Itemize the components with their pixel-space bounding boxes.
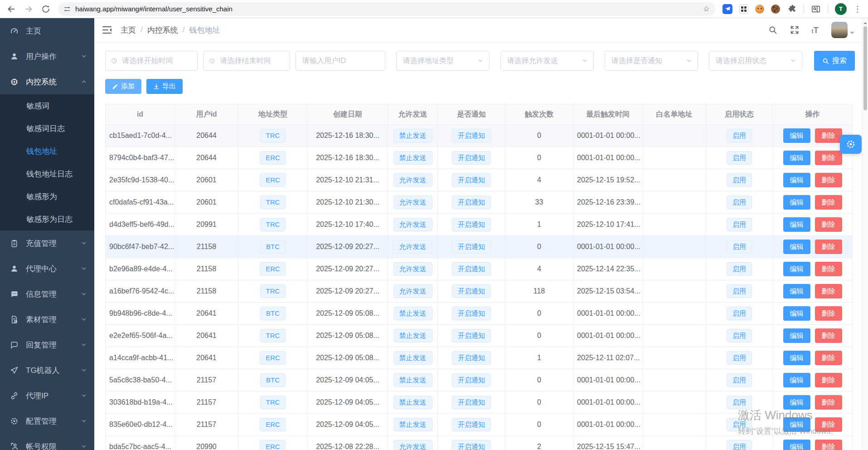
- edit-button[interactable]: 编辑: [783, 128, 810, 143]
- edit-button[interactable]: 编辑: [783, 195, 810, 210]
- edit-button[interactable]: 编辑: [783, 262, 810, 276]
- notify-tag[interactable]: 开启通知: [452, 396, 491, 409]
- notify-tag[interactable]: 开启通知: [452, 173, 491, 187]
- edit-button[interactable]: 编辑: [783, 284, 810, 298]
- edit-button[interactable]: 编辑: [783, 151, 810, 165]
- table-row[interactable]: 9b948b96-c8de-4... 20641 BTC 2025-12-09 …: [106, 303, 853, 325]
- delete-button[interactable]: 删除: [815, 395, 842, 410]
- table-row[interactable]: 2e35fc9d-1538-40... 20601 ERC 2025-12-10…: [106, 169, 853, 191]
- status-tag[interactable]: 启用: [727, 129, 752, 142]
- notify-tag[interactable]: 开启通知: [452, 351, 491, 365]
- edit-button[interactable]: 编辑: [783, 306, 810, 321]
- sidebar-item-proxy-ip[interactable]: 代理IP: [0, 383, 94, 408]
- table-row[interactable]: cf0dafa5-cf91-43a... 20601 TRC 2025-12-1…: [106, 191, 853, 214]
- status-tag[interactable]: 启用: [727, 418, 752, 431]
- browser-menu-icon[interactable]: ⋮: [853, 5, 862, 13]
- delete-button[interactable]: 删除: [815, 217, 842, 232]
- notify-tag[interactable]: 开启通知: [452, 284, 491, 298]
- status-tag[interactable]: 启用: [727, 373, 752, 387]
- edit-button[interactable]: 编辑: [783, 351, 810, 365]
- table-row[interactable]: 90bc6f47-beb7-42... 21158 BTC 2025-12-09…: [106, 236, 853, 258]
- delete-button[interactable]: 删除: [815, 195, 842, 210]
- sidebar-item-material-mgmt[interactable]: 素材管理: [0, 307, 94, 332]
- send-permission-tag[interactable]: 禁止发送: [393, 351, 432, 365]
- sidebar-item-config-mgmt[interactable]: 配置管理: [0, 408, 94, 434]
- delete-button[interactable]: 删除: [815, 328, 842, 343]
- extensions-puzzle-icon[interactable]: [787, 4, 797, 14]
- side-panel-search-icon[interactable]: [811, 4, 821, 14]
- settings-panel-button[interactable]: [840, 135, 862, 154]
- table-row[interactable]: d4d3eff5-bef6-49d... 20991 TRC 2025-12-1…: [106, 214, 853, 236]
- edit-button[interactable]: 编辑: [783, 328, 810, 343]
- add-button[interactable]: 添加: [105, 79, 141, 94]
- fullscreen-icon[interactable]: [790, 25, 799, 34]
- send-permission-tag[interactable]: 允许发送: [393, 440, 432, 450]
- delete-button[interactable]: 删除: [815, 128, 842, 143]
- sidebar-subitem-sensitive-behavior[interactable]: 敏感形为: [0, 185, 94, 208]
- send-permission-tag[interactable]: 禁止发送: [393, 373, 432, 387]
- edit-button[interactable]: 编辑: [783, 417, 810, 432]
- sidebar-item-message-mgmt[interactable]: 信息管理: [0, 281, 94, 307]
- edit-button[interactable]: 编辑: [783, 240, 810, 254]
- status-tag[interactable]: 启用: [727, 307, 752, 320]
- sidebar-subitem-wallet-address-logs[interactable]: 钱包地址日志: [0, 162, 94, 185]
- enable-status-select[interactable]: 请选择启用状态: [709, 51, 802, 71]
- table-row[interactable]: 303618bd-b19a-4... 21157 TRC 2025-12-09 …: [106, 391, 853, 414]
- address-type-select[interactable]: 请选择地址类型: [396, 51, 490, 71]
- delete-button[interactable]: 删除: [815, 262, 842, 276]
- edit-button[interactable]: 编辑: [783, 217, 810, 232]
- sidebar-item-account-permission[interactable]: 帐号权限: [0, 434, 94, 450]
- table-row[interactable]: bda5c7bc-aac5-4... 20990 ERC 2025-12-08 …: [106, 436, 853, 450]
- table-row[interactable]: cb15aed1-7c0d-4... 20644 TRC 2025-12-16 …: [106, 125, 853, 147]
- qr-extension-icon[interactable]: [739, 5, 748, 14]
- start-time-input[interactable]: [121, 56, 192, 65]
- send-permission-tag[interactable]: 禁止发送: [393, 418, 432, 431]
- sidebar-item-reply-mgmt[interactable]: 回复管理: [0, 332, 94, 357]
- reload-icon[interactable]: [41, 4, 51, 14]
- status-tag[interactable]: 启用: [727, 262, 752, 276]
- status-tag[interactable]: 启用: [727, 151, 752, 165]
- table-row[interactable]: 8794c0b4-baf3-47... 20644 ERC 2025-12-16…: [106, 147, 853, 169]
- edit-button[interactable]: 编辑: [783, 395, 810, 410]
- avatar[interactable]: [831, 22, 848, 38]
- notify-tag[interactable]: 开启通知: [452, 218, 491, 231]
- status-tag[interactable]: 启用: [727, 351, 752, 365]
- delete-button[interactable]: 删除: [815, 351, 842, 365]
- status-tag[interactable]: 启用: [727, 196, 752, 209]
- notify-tag[interactable]: 开启通知: [452, 440, 491, 450]
- status-tag[interactable]: 启用: [727, 218, 752, 231]
- search-button[interactable]: 搜索: [814, 51, 855, 71]
- scrollbar-thumb[interactable]: [863, 26, 867, 110]
- sidebar-item-home[interactable]: 主页: [0, 18, 94, 44]
- breadcrumb-home[interactable]: 主页: [121, 25, 136, 35]
- notify-tag[interactable]: 开启通知: [452, 129, 491, 142]
- sidebar-item-tg-bot[interactable]: TG机器人: [0, 357, 94, 383]
- sidebar-subitem-sensitive-word-logs[interactable]: 敏感词日志: [0, 117, 94, 140]
- send-permission-tag[interactable]: 允许发送: [393, 240, 432, 254]
- notify-tag[interactable]: 开启通知: [452, 307, 491, 320]
- delete-button[interactable]: 删除: [815, 284, 842, 298]
- delete-button[interactable]: 删除: [815, 440, 842, 450]
- send-permission-tag[interactable]: 允许发送: [393, 196, 432, 209]
- send-permission-tag[interactable]: 禁止发送: [393, 307, 432, 320]
- bookmark-star-icon[interactable]: ☆: [703, 5, 710, 13]
- telegram-extension-icon[interactable]: [723, 4, 732, 14]
- browser-profile-avatar[interactable]: T: [835, 3, 847, 15]
- vertical-scrollbar[interactable]: [862, 18, 868, 450]
- back-icon[interactable]: [6, 4, 16, 14]
- notify-tag[interactable]: 开启通知: [452, 373, 491, 387]
- allow-send-select[interactable]: 请选择允许发送: [500, 51, 594, 71]
- table-row[interactable]: e2e2ef65-506f-4a... 20641 TRC 2025-12-09…: [106, 325, 853, 347]
- sidebar-item-user-ops[interactable]: 用户操作: [0, 44, 94, 69]
- user-id-input[interactable]: [301, 56, 379, 65]
- sidebar-item-internal-control[interactable]: 内控系统: [0, 69, 94, 94]
- search-icon[interactable]: [768, 25, 777, 34]
- emoji-extension-icon[interactable]: [755, 5, 764, 14]
- send-permission-tag[interactable]: 允许发送: [393, 262, 432, 276]
- table-row[interactable]: 5a5c8c38-ba50-4... 21157 BTC 2025-12-09 …: [106, 369, 853, 391]
- table-row[interactable]: 835e60e0-db12-4... 21157 ERC 2025-12-09 …: [106, 414, 853, 436]
- send-permission-tag[interactable]: 允许发送: [393, 284, 432, 298]
- url-bar[interactable]: haiwang.app/miwang#/internal/user_sensit…: [58, 2, 715, 16]
- delete-button[interactable]: 删除: [815, 173, 842, 187]
- status-tag[interactable]: 启用: [727, 173, 752, 187]
